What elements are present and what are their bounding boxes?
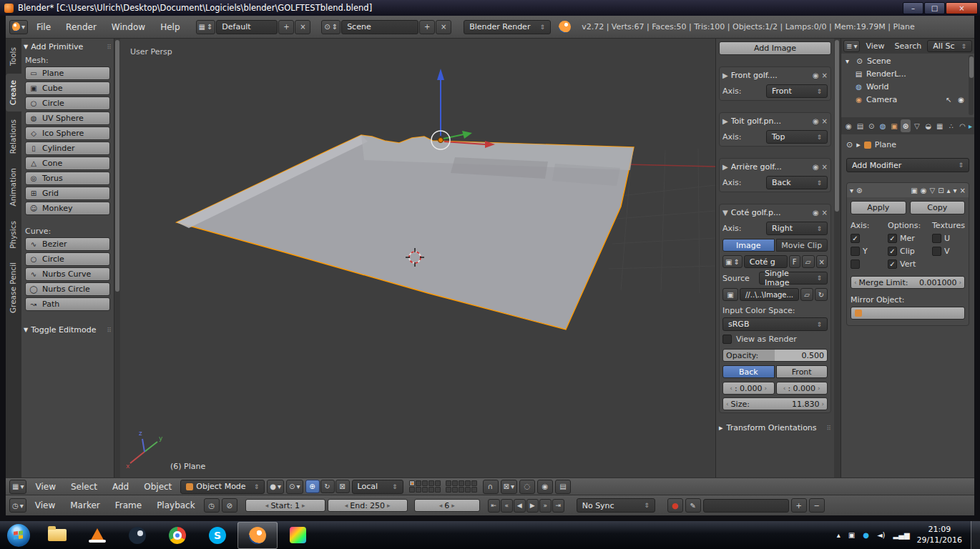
- previous-keyframe-button[interactable]: «: [501, 499, 513, 513]
- 3d-viewport[interactable]: x y z User Persp (6) Plane: [120, 39, 715, 478]
- tab-physics[interactable]: Physics: [6, 214, 21, 255]
- render-engine-select[interactable]: Blender Render ⇕: [464, 20, 551, 34]
- tab-create[interactable]: Create: [6, 74, 21, 112]
- frame-start-field[interactable]: ◂ Start: 1 ▸: [245, 499, 325, 512]
- layer-toggle[interactable]: [409, 480, 415, 486]
- outliner-menu-search[interactable]: Search: [891, 41, 926, 51]
- move-up-icon[interactable]: ▴: [947, 187, 951, 194]
- play-button[interactable]: ▶: [526, 499, 539, 513]
- fake-user-button[interactable]: F: [789, 255, 800, 268]
- axis-select[interactable]: Top ⇕: [766, 130, 828, 144]
- layer-toggle[interactable]: [422, 480, 428, 486]
- layer-toggle[interactable]: [465, 480, 471, 486]
- layer-toggle[interactable]: [428, 480, 434, 486]
- copy-button[interactable]: Copy: [910, 201, 966, 214]
- bg-image-name[interactable]: Toit golf.pn...: [731, 117, 810, 126]
- menu-file[interactable]: File: [30, 22, 57, 32]
- texture-v-checkbox[interactable]: [932, 247, 941, 256]
- editor-type-button[interactable]: ▦ ▾: [9, 480, 26, 494]
- move-down-icon[interactable]: ▾: [954, 187, 957, 194]
- lock-time-button[interactable]: ⊘: [222, 498, 237, 513]
- add-cube-button[interactable]: ▣Cube: [25, 81, 110, 95]
- unlink-image-button[interactable]: ×: [816, 255, 828, 268]
- add-torus-button[interactable]: ◎Torus: [25, 172, 110, 185]
- proportional-edit-button[interactable]: ◌: [519, 480, 535, 494]
- breadcrumb-object-name[interactable]: Plane: [875, 140, 896, 149]
- render-opengl-button[interactable]: ◉: [537, 480, 553, 494]
- current-frame-field[interactable]: ◂ 6 ▸: [414, 499, 480, 512]
- tab-object-icon[interactable]: ▣: [889, 119, 900, 132]
- region-resize-icon[interactable]: ▸: [969, 122, 972, 130]
- view-as-render-checkbox[interactable]: [722, 335, 732, 344]
- texture-u-checkbox[interactable]: [932, 234, 941, 243]
- transform-manipulator[interactable]: [431, 69, 495, 149]
- tab-tools[interactable]: Tools: [6, 41, 21, 72]
- add-path-button[interactable]: ↝Path: [25, 297, 110, 311]
- collapse-icon[interactable]: ▾: [850, 187, 853, 194]
- image-toggle[interactable]: Image: [722, 239, 775, 252]
- source-select[interactable]: Single Image ⇕: [759, 272, 828, 285]
- add-circle-button[interactable]: ○Circle: [25, 97, 110, 110]
- taskbar-explorer-button[interactable]: [37, 522, 77, 549]
- 3d-scene[interactable]: x y z: [120, 39, 715, 478]
- maximize-button[interactable]: □: [924, 2, 945, 14]
- layer-toggle[interactable]: [471, 480, 477, 486]
- keying-set-icon-button[interactable]: ✎: [685, 498, 701, 513]
- tab-grease-pencil[interactable]: Grease Pencil: [6, 256, 21, 320]
- axis-z-checkbox[interactable]: [851, 259, 860, 269]
- layer-toggle[interactable]: [452, 480, 458, 486]
- menu-playback[interactable]: Playback: [150, 500, 202, 510]
- jump-to-end-button[interactable]: ⇥: [552, 499, 564, 513]
- tray-expand-icon[interactable]: ▴: [837, 531, 841, 539]
- outliner-display-mode-select[interactable]: All Sc ⇕: [927, 40, 972, 52]
- add-primitive-panel-header[interactable]: ▼ Add Primitive ⠿: [24, 41, 112, 53]
- add-icosphere-button[interactable]: ◇Ico Sphere: [25, 127, 110, 140]
- add-grid-button[interactable]: ⊞Grid: [25, 187, 110, 200]
- front-toggle[interactable]: Front: [776, 365, 828, 378]
- render-toggle-icon[interactable]: ◉: [956, 96, 966, 104]
- bg-image-name[interactable]: Arrière golf...: [731, 162, 810, 172]
- merge-checkbox[interactable]: ✓: [888, 234, 897, 243]
- menu-add[interactable]: Add: [106, 482, 135, 492]
- apply-button[interactable]: Apply: [851, 201, 906, 214]
- tab-animation[interactable]: Animation: [6, 162, 21, 213]
- movie-clip-toggle[interactable]: Movie Clip: [776, 239, 828, 252]
- tab-render-icon[interactable]: ◉: [843, 119, 854, 132]
- image-browse-button[interactable]: ▣ ⇕: [722, 255, 743, 268]
- outliner-item-world[interactable]: ◍ World: [843, 80, 973, 93]
- window-titlebar[interactable]: Blender* [C:\Users\Ulrich\Desktop\Docume…: [0, 0, 980, 16]
- vertex-groups-checkbox[interactable]: ✓: [888, 259, 897, 269]
- npanel-scrollbar[interactable]: [834, 39, 841, 478]
- add-modifier-select[interactable]: Add Modifier ⇕: [846, 158, 969, 172]
- taskbar-chrome-button[interactable]: [157, 522, 197, 549]
- close-icon[interactable]: ×: [822, 163, 828, 171]
- add-curve-circle-button[interactable]: ○Circle: [25, 252, 110, 266]
- scene-browse-button[interactable]: ⊙ ⇕: [321, 20, 340, 34]
- add-monkey-button[interactable]: ☺Monkey: [25, 202, 110, 215]
- context-pin-icon[interactable]: ⊙: [846, 140, 853, 149]
- add-scene-button[interactable]: +: [419, 20, 435, 34]
- toolshelf-scrollbar[interactable]: [114, 39, 120, 478]
- delete-layout-button[interactable]: ×: [295, 20, 310, 34]
- open-image-button[interactable]: ▱: [802, 255, 815, 268]
- scene-name[interactable]: Scene: [341, 20, 418, 34]
- axis-y-checkbox[interactable]: [851, 247, 860, 256]
- blender-menu-button[interactable]: ▾: [9, 20, 28, 34]
- menu-object[interactable]: Object: [137, 482, 178, 492]
- eye-icon[interactable]: ◉: [813, 209, 819, 217]
- axis-select[interactable]: Back ⇕: [766, 176, 828, 189]
- layer-toggle[interactable]: [428, 487, 434, 493]
- active-keying-set-field[interactable]: [703, 499, 789, 513]
- eye-icon[interactable]: ◉: [813, 163, 819, 171]
- tab-scene-icon[interactable]: ⊙: [866, 119, 877, 132]
- clip-checkbox[interactable]: ✓: [888, 247, 897, 256]
- toggle-editmode-panel-header[interactable]: ▼ Toggle Editmode ⠿: [24, 324, 112, 336]
- transform-orientation-select[interactable]: Local ⇕: [352, 480, 403, 494]
- layer-toggle[interactable]: [446, 487, 451, 493]
- next-keyframe-button[interactable]: »: [539, 499, 552, 513]
- screen-layout-name[interactable]: Default: [216, 20, 278, 34]
- layer-toggle[interactable]: [435, 480, 441, 486]
- network-icon[interactable]: ▂▄▆: [893, 531, 910, 539]
- menu-render[interactable]: Render: [59, 22, 103, 32]
- modifier-header[interactable]: ▾ ⊛ ▣ ◉ ▽ ⊡ ▴ ▾ ×: [847, 183, 969, 197]
